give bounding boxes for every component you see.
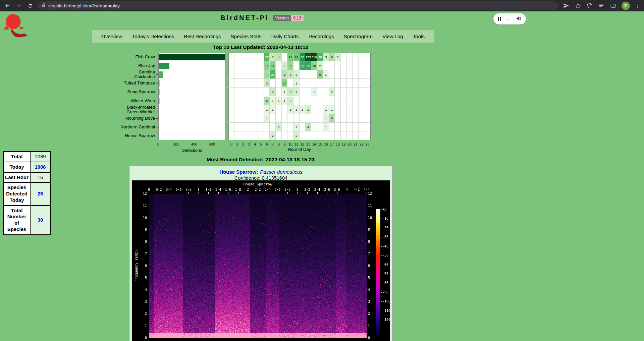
nav-item-tools[interactable]: Tools	[413, 34, 425, 39]
hour-axis-tick: 22	[358, 142, 365, 146]
hour-axis-label: Hour of Day	[228, 147, 370, 152]
y-tick	[156, 110, 158, 110]
send-icon[interactable]	[563, 2, 570, 9]
detection-species: House Sparrow:	[219, 169, 258, 175]
hour-axis-tick: 1	[234, 142, 240, 146]
spectrogram: House Sparrow Frequency (kHz) 00·20·40·6…	[132, 180, 390, 341]
y-tick	[156, 118, 158, 119]
stat-value[interactable]: 25	[30, 182, 50, 205]
time-tick: 3·8	[332, 188, 342, 191]
colorbar-tick: -120	[382, 318, 390, 322]
colorbar-tick-mark	[381, 301, 382, 302]
colorbar-tick-mark	[381, 265, 382, 265]
browser-nav-buttons	[0, 2, 34, 9]
freq-tick-right: 5	[368, 276, 375, 280]
forward-icon[interactable]	[15, 2, 22, 9]
freq-tick-right: 4	[368, 288, 375, 292]
seek-bar[interactable]	[507, 19, 510, 19]
detection-panel: House Sparrow:Passer domesticus Confiden…	[129, 166, 393, 341]
freq-tick-mark	[367, 254, 368, 254]
stat-label: Total	[3, 152, 30, 162]
nav-item-view-log[interactable]: View Log	[382, 34, 403, 39]
freq-tick-mark	[367, 302, 368, 302]
time-tick: 0·2	[154, 188, 164, 191]
stats-table-body: Total1089Today1006Last Hour16Species Det…	[3, 152, 50, 235]
hour-axis-tick: 10	[287, 142, 294, 146]
menu-icon[interactable]: ⋮	[635, 3, 640, 9]
y-tick	[156, 66, 158, 66]
freq-tick-mark	[367, 206, 368, 206]
spectrogram-title: House Sparrow	[149, 182, 367, 186]
profile-avatar[interactable]: P	[622, 2, 630, 10]
volume-icon[interactable]	[516, 16, 522, 22]
stat-value[interactable]: 1006	[30, 162, 50, 172]
nav-item-daily-charts[interactable]: Daily Charts	[271, 34, 299, 39]
colorbar-tick-mark	[381, 283, 382, 283]
colorbar-tick: -70	[382, 272, 390, 276]
hour-axis-tick: 18	[334, 142, 341, 146]
stat-label: Last Hour	[3, 172, 30, 183]
y-tick	[156, 83, 158, 83]
time-tick: 0·6	[174, 188, 184, 191]
extensions-icon[interactable]	[586, 2, 593, 9]
url-text: virginia.birdnetpi.com/?stream=play	[48, 3, 120, 8]
colorbar-tick: -60	[382, 263, 390, 267]
nav-item-spectrogram[interactable]: Spectrogram	[344, 34, 373, 39]
reload-icon[interactable]	[27, 2, 34, 9]
colorbar-tick-mark	[381, 228, 382, 228]
species-label: Northern Cardinal	[118, 123, 155, 131]
stat-label: Total Number of Species	[3, 206, 30, 235]
freq-tick-right: 12	[368, 192, 375, 195]
hour-axis-tick: 2	[240, 142, 247, 146]
freq-tick-mark	[367, 290, 368, 290]
nav-item-overview[interactable]: Overview	[101, 34, 122, 39]
time-tick: 0·8	[183, 188, 194, 191]
stat-value[interactable]: 30	[30, 206, 50, 235]
colorbar-tick: -50	[382, 253, 390, 257]
stats-row: Species Detected Today25	[3, 182, 50, 205]
hour-axis-tick: 21	[352, 142, 359, 146]
hour-axis-tick: 3	[246, 142, 253, 146]
address-bar[interactable]: virginia.birdnetpi.com/?stream=play	[38, 1, 558, 10]
freq-tick-right: 8	[368, 240, 375, 243]
freq-tick-left: 9	[138, 228, 147, 231]
hour-axis-tick: 6	[264, 142, 270, 146]
hour-axis-tick: 8	[275, 142, 282, 146]
top10-heading: Top 10 Last Updated: 2022-04-13 18:12	[126, 44, 395, 50]
hour-axis-tick: 23	[364, 142, 371, 146]
nav-item-best-recordings[interactable]: Best Recordings	[184, 34, 221, 39]
colorbar-tick: -80	[382, 281, 390, 285]
time-tick: 4	[342, 188, 352, 191]
time-tick: 0	[144, 188, 154, 191]
colorbar-tick-mark	[381, 274, 382, 274]
colorbar-tick-mark	[381, 219, 382, 219]
back-icon[interactable]	[4, 2, 11, 9]
freq-tick-right: 0	[368, 336, 375, 340]
nav-item-species-stats[interactable]: Species Stats	[231, 34, 262, 39]
bookmark-star-icon[interactable]	[575, 2, 581, 9]
bar-axis-tick: 400	[187, 142, 201, 146]
freq-tick-left: 1	[138, 324, 147, 328]
freq-tick-mark	[367, 314, 368, 314]
version-badge: Version 0.13	[273, 15, 304, 21]
freq-tick-left: 0	[138, 336, 147, 340]
colorbar-tick: -30	[382, 235, 390, 239]
species-label: Blue Jay	[118, 61, 155, 70]
nav-item-recordings[interactable]: Recordings	[309, 34, 334, 39]
species-label: Black-throated Green Warbler	[118, 105, 155, 114]
stats-row: Total Number of Species30	[3, 206, 50, 235]
audio-player	[493, 13, 526, 24]
time-tick: 3·4	[312, 188, 322, 191]
time-tick: 4·4	[362, 188, 372, 191]
freq-tick-left: 4	[138, 288, 147, 292]
freq-tick-mark	[367, 194, 368, 194]
hour-axis-tick: 5	[258, 142, 264, 146]
species-label: Carolina Chickadee	[118, 70, 155, 79]
pause-button[interactable]	[498, 17, 501, 21]
reading-list-icon[interactable]	[598, 2, 605, 9]
browser-right-icons: P ⋮	[563, 2, 644, 10]
side-panel-icon[interactable]	[610, 2, 616, 9]
freq-tick-mark	[367, 338, 368, 338]
colorbar-tick-mark	[381, 255, 382, 256]
nav-item-today-s-detections[interactable]: Today's Detections	[132, 34, 174, 39]
